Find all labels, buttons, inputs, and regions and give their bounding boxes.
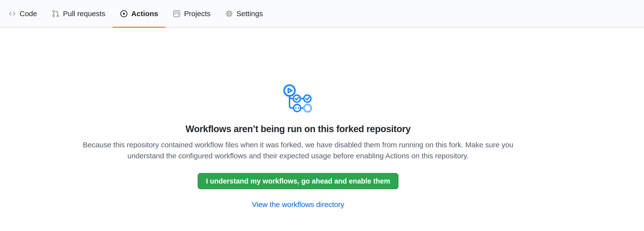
tab-label: Actions [131, 10, 158, 18]
tab-label: Pull requests [63, 10, 105, 18]
tab-projects[interactable]: Projects [166, 0, 218, 27]
tab-label: Code [20, 10, 37, 18]
tab-pull-requests[interactable]: Pull requests [44, 0, 113, 27]
tab-settings[interactable]: Settings [218, 0, 270, 27]
view-workflows-directory-link[interactable]: View the workflows directory [252, 200, 344, 209]
repo-tab-nav: Code Pull requests Actions [0, 0, 644, 28]
tab-actions[interactable]: Actions [113, 0, 166, 27]
project-icon [173, 10, 180, 18]
tab-code[interactable]: Code [1, 0, 44, 27]
tab-label: Settings [236, 10, 263, 18]
code-icon [8, 10, 16, 18]
git-pull-request-icon [52, 10, 60, 18]
blankslate-description: Because this repository contained workfl… [80, 139, 516, 161]
play-icon [120, 10, 128, 18]
gear-icon [225, 10, 233, 18]
tab-label: Projects [184, 10, 210, 18]
actions-disabled-blankslate: Workflows aren’t being run on this forke… [0, 28, 596, 209]
enable-workflows-button[interactable]: I understand my workflows, go ahead and … [198, 173, 398, 189]
workflow-graph-icon [283, 83, 313, 113]
page-title: Workflows aren’t being run on this forke… [186, 124, 410, 134]
